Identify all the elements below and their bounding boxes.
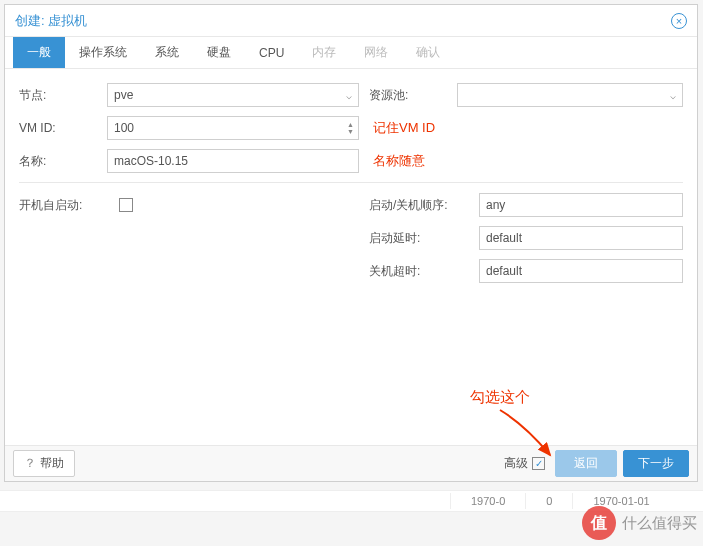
pool-label: 资源池: <box>369 87 457 104</box>
vmid-value: 100 <box>114 121 134 135</box>
downdelay-label: 关机超时: <box>369 263 479 280</box>
updelay-label: 启动延时: <box>369 230 479 247</box>
name-label: 名称: <box>19 153 107 170</box>
form-area: 节点: pve ⌵ 资源池: ⌵ VM ID: 100 ▲▼ <box>5 69 697 283</box>
dialog-title: 创建: 虚拟机 <box>15 12 87 30</box>
bg-zero: 0 <box>546 495 552 507</box>
divider <box>19 182 683 183</box>
spinner-icon[interactable]: ▲▼ <box>347 121 354 135</box>
vmid-input[interactable]: 100 ▲▼ <box>107 116 359 140</box>
tab-network: 网络 <box>350 37 402 68</box>
tab-memory: 内存 <box>298 37 350 68</box>
arrow-annotation <box>490 405 570 465</box>
footer: ？ 帮助 高级 ✓ 返回 下一步 <box>5 445 697 481</box>
name-note: 名称随意 <box>373 152 425 170</box>
node-select[interactable]: pve ⌵ <box>107 83 359 107</box>
order-input[interactable]: any <box>479 193 683 217</box>
chevron-down-icon: ⌵ <box>346 90 352 101</box>
node-value: pve <box>114 88 133 102</box>
name-input[interactable]: macOS-10.15 <box>107 149 359 173</box>
wizard-tabs: 一般 操作系统 系统 硬盘 CPU 内存 网络 确认 <box>5 37 697 69</box>
help-icon: ？ <box>24 455 36 472</box>
order-value: any <box>486 198 505 212</box>
name-value: macOS-10.15 <box>114 154 188 168</box>
tab-system[interactable]: 系统 <box>141 37 193 68</box>
updelay-value: default <box>486 231 522 245</box>
watermark: 值 什么值得买 <box>582 506 697 540</box>
updelay-input[interactable]: default <box>479 226 683 250</box>
downdelay-input[interactable]: default <box>479 259 683 283</box>
watermark-badge: 值 <box>582 506 616 540</box>
node-label: 节点: <box>19 87 107 104</box>
pool-select[interactable]: ⌵ <box>457 83 683 107</box>
watermark-text: 什么值得买 <box>622 514 697 533</box>
tab-confirm: 确认 <box>402 37 454 68</box>
vmid-label: VM ID: <box>19 121 107 135</box>
order-label: 启动/关机顺序: <box>369 197 479 214</box>
help-button[interactable]: ？ 帮助 <box>13 450 75 477</box>
downdelay-value: default <box>486 264 522 278</box>
tab-cpu[interactable]: CPU <box>245 37 298 68</box>
autostart-checkbox[interactable] <box>119 198 133 212</box>
tab-os[interactable]: 操作系统 <box>65 37 141 68</box>
chevron-down-icon: ⌵ <box>670 90 676 101</box>
autostart-label: 开机自启动: <box>19 197 119 214</box>
bg-date: 1970-0 <box>471 495 505 507</box>
next-button[interactable]: 下一步 <box>623 450 689 477</box>
tab-general[interactable]: 一般 <box>13 37 65 68</box>
title-bar: 创建: 虚拟机 × <box>5 5 697 37</box>
tab-disk[interactable]: 硬盘 <box>193 37 245 68</box>
vmid-note: 记住VM ID <box>373 119 435 137</box>
close-button[interactable]: × <box>671 13 687 29</box>
help-label: 帮助 <box>40 455 64 472</box>
create-vm-dialog: 创建: 虚拟机 × 一般 操作系统 系统 硬盘 CPU 内存 网络 确认 节点:… <box>4 4 698 482</box>
